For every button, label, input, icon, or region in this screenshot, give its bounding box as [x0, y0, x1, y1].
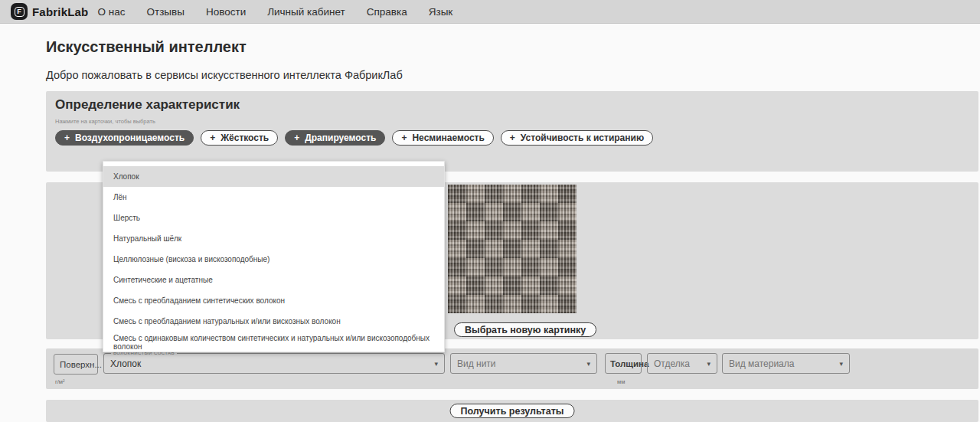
fiber-select-value: Хлопок	[110, 358, 430, 369]
dropdown-option[interactable]: Смесь с преобладанием синтетических воло…	[103, 290, 444, 311]
plus-icon: +	[401, 132, 407, 143]
dropdown-option[interactable]: Натуральный шёлк	[103, 228, 444, 249]
nav-item-account[interactable]: Личный кабинет	[267, 6, 345, 18]
chip-drapability[interactable]: + Драпируемость	[285, 130, 385, 146]
dropdown-option[interactable]: Синтетические и ацетатные	[103, 270, 444, 290]
thickness-helper: мм	[617, 378, 625, 385]
characteristics-panel: Определение характеристик Нажмите на кар…	[46, 91, 978, 172]
app-window: F FabrikLab О нас Отзывы Новости Личный …	[0, 0, 980, 422]
submit-panel: Получить результаты	[46, 400, 978, 422]
chip-crease-resistance[interactable]: + Несминаемость	[392, 130, 493, 146]
fiber-composition-select[interactable]: Волокнистый состав Хлопок ▾	[103, 353, 445, 374]
chip-stiffness[interactable]: + Жёсткость	[201, 130, 278, 146]
brand-name: FabrikLab	[32, 5, 88, 18]
nav-item-language[interactable]: Язык	[429, 6, 453, 18]
dropdown-option[interactable]: Целлюлозные (вискоза и вискозоподобные)	[103, 249, 444, 270]
chip-label: Жёсткость	[220, 132, 269, 143]
logo-letter: F	[15, 7, 24, 17]
chip-label: Устойчивость к истиранию	[521, 132, 644, 143]
page-title: Искусственный интеллект	[46, 38, 247, 56]
dropdown-option[interactable]: Смесь с преобладанием натуральных и/или …	[103, 311, 444, 332]
brand-logo-icon: F	[11, 3, 28, 20]
chip-label: Драпируемость	[305, 132, 376, 143]
dropdown-option[interactable]: Лён	[103, 187, 444, 208]
dropdown-option[interactable]: Хлопок	[103, 166, 444, 187]
dropdown-option[interactable]: Смесь с одинаковым количеством синтетиче…	[103, 332, 444, 352]
fabric-preview-image	[448, 185, 577, 313]
chip-label: Несминаемость	[412, 132, 484, 143]
finish-select-placeholder: Отделка	[654, 358, 702, 369]
parameters-panel: Поверхн... г/м² Волокнистый состав Хлопо…	[46, 348, 978, 389]
chip-air-permeability[interactable]: + Воздухопроницаемость	[55, 130, 194, 146]
material-type-select[interactable]: Вид материала ▾	[722, 353, 850, 374]
surface-density-helper: г/м²	[55, 378, 64, 385]
thread-type-select[interactable]: Вид нити ▾	[450, 353, 597, 374]
brand-link[interactable]: F FabrikLab	[11, 3, 88, 20]
nav-item-help[interactable]: Справка	[367, 6, 407, 18]
chevron-down-icon: ▾	[586, 360, 590, 368]
plus-icon: +	[510, 132, 515, 143]
chevron-down-icon: ▾	[434, 360, 438, 368]
nav-items: О нас Отзывы Новости Личный кабинет Спра…	[97, 6, 452, 18]
plus-icon: +	[294, 132, 299, 143]
dropdown-option[interactable]: Шерсть	[103, 208, 444, 228]
nav-item-about[interactable]: О нас	[97, 6, 125, 18]
nav-item-news[interactable]: Новости	[206, 6, 246, 18]
surface-density-field[interactable]: Поверхн...	[54, 354, 98, 375]
thread-select-placeholder: Вид нити	[457, 358, 582, 369]
page-subtitle: Добро пожаловать в сервисы искусственног…	[46, 69, 403, 81]
chevron-down-icon: ▾	[839, 360, 843, 368]
plus-icon: +	[64, 132, 70, 143]
chip-label: Воздухопроницаемость	[75, 132, 185, 143]
material-select-placeholder: Вид материала	[729, 358, 835, 369]
finish-select[interactable]: Отделка ▾	[647, 353, 717, 374]
thickness-input[interactable]: Толщина	[605, 353, 642, 374]
fiber-dropdown-popup: Хлопок Лён Шерсть Натуральный шёлк Целлю…	[103, 161, 445, 352]
top-nav: F FabrikLab О нас Отзывы Новости Личный …	[0, 0, 980, 24]
chevron-down-icon: ▾	[707, 360, 710, 368]
get-results-button[interactable]: Получить результаты	[450, 404, 575, 418]
nav-item-reviews[interactable]: Отзывы	[146, 6, 184, 18]
plus-icon: +	[210, 132, 215, 143]
characteristics-title: Определение характеристик	[55, 97, 969, 113]
chips-row: + Воздухопроницаемость + Жёсткость + Дра…	[55, 130, 969, 146]
choose-new-image-button[interactable]: Выбрать новую картинку	[454, 322, 596, 337]
characteristics-hint: Нажмите на карточки, чтобы выбрать	[55, 118, 969, 125]
chip-abrasion-resistance[interactable]: + Устойчивость к истиранию	[501, 130, 653, 146]
